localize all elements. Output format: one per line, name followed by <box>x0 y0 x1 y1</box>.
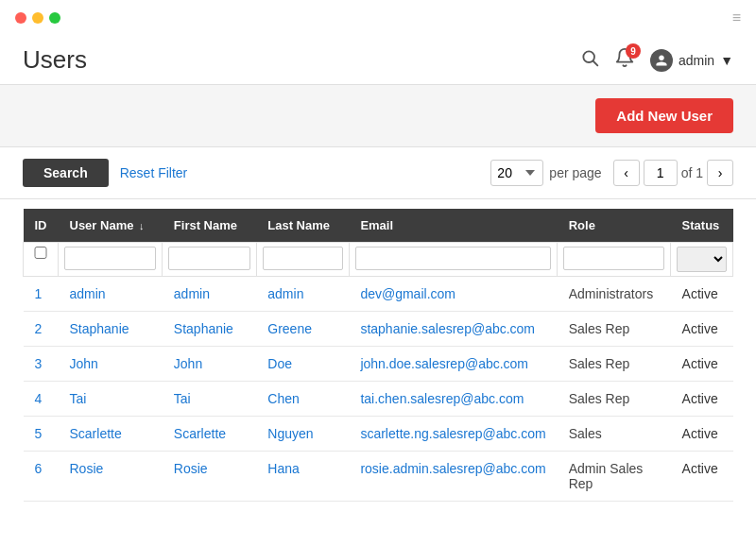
row-id-link[interactable]: 5 <box>35 426 43 441</box>
row-lastname-link[interactable]: admin <box>267 286 303 301</box>
cell-email: staphanie.salesrep@abc.com <box>349 312 557 347</box>
reset-filter-link[interactable]: Reset Filter <box>120 165 188 180</box>
row-username-link[interactable]: Tai <box>70 391 87 406</box>
row-lastname-link[interactable]: Hana <box>267 461 299 476</box>
table-body: 1 admin admin admin dev@gmail.com Admini… <box>24 277 733 502</box>
filter-bar: Search Reset Filter 20 50 100 per page ‹… <box>0 147 756 199</box>
cell-status: Active <box>671 277 733 312</box>
notification-button[interactable]: 9 <box>614 47 635 73</box>
row-firstname-link[interactable]: Rosie <box>174 461 208 476</box>
page-input[interactable] <box>644 160 678 186</box>
cell-id: 3 <box>24 347 59 382</box>
col-header-firstname: First Name <box>163 209 256 243</box>
of-label: of 1 <box>681 165 703 180</box>
row-email-link[interactable]: rosie.admin.salesrep@abc.com <box>360 461 545 476</box>
row-email-link[interactable]: scarlette.ng.salesrep@abc.com <box>360 426 545 441</box>
cell-email: john.doe.salesrep@abc.com <box>349 347 557 382</box>
cell-id: 1 <box>24 277 59 312</box>
users-table: ID User Name ↓ First Name Last Name Emai… <box>23 209 733 502</box>
table-row: 2 Staphanie Staphanie Greene staphanie.s… <box>24 312 733 347</box>
per-page-select[interactable]: 20 50 100 <box>490 160 543 186</box>
admin-menu-button[interactable]: admin ▼ <box>650 49 733 72</box>
row-firstname-link[interactable]: Tai <box>174 391 191 406</box>
per-page-label: per page <box>549 165 601 180</box>
row-id-link[interactable]: 6 <box>35 461 43 476</box>
cell-username: John <box>59 347 163 382</box>
cell-status: Active <box>671 347 733 382</box>
row-lastname-link[interactable]: Greene <box>267 321 312 336</box>
row-username-link[interactable]: admin <box>70 286 106 301</box>
row-username-link[interactable]: John <box>70 356 98 371</box>
select-all-checkbox[interactable] <box>29 247 52 259</box>
filter-role-cell <box>558 243 671 277</box>
cell-role: Admin Sales Rep <box>558 452 671 502</box>
filter-firstname-cell <box>163 243 256 277</box>
cell-lastname: Chen <box>256 382 349 417</box>
prev-page-button[interactable]: ‹ <box>613 160 640 186</box>
per-page-group: 20 50 100 per page <box>490 160 601 186</box>
filter-role-input[interactable] <box>563 247 664 270</box>
cell-lastname: Greene <box>256 312 349 347</box>
col-header-username[interactable]: User Name ↓ <box>59 209 163 243</box>
svg-line-1 <box>593 61 598 66</box>
add-user-button[interactable]: Add New User <box>595 98 733 133</box>
avatar <box>650 49 673 72</box>
cell-username: Scarlette <box>59 417 163 452</box>
cell-role: Sales <box>558 417 671 452</box>
pagination-group: ‹ of 1 › <box>613 160 733 186</box>
cell-lastname: Hana <box>256 452 349 502</box>
cell-role: Sales Rep <box>558 382 671 417</box>
row-lastname-link[interactable]: Chen <box>267 391 299 406</box>
filter-username-cell <box>59 243 163 277</box>
col-header-lastname: Last Name <box>256 209 349 243</box>
cell-username: Rosie <box>59 452 163 502</box>
row-email-link[interactable]: staphanie.salesrep@abc.com <box>360 321 535 336</box>
row-id-link[interactable]: 3 <box>35 356 43 371</box>
menu-icon[interactable]: ≡ <box>732 9 741 26</box>
table-row: 3 John John Doe john.doe.salesrep@abc.co… <box>24 347 733 382</box>
cell-username: Tai <box>59 382 163 417</box>
row-username-link[interactable]: Staphanie <box>70 321 129 336</box>
cell-id: 6 <box>24 452 59 502</box>
row-firstname-link[interactable]: Staphanie <box>174 321 233 336</box>
row-lastname-link[interactable]: Nguyen <box>267 426 313 441</box>
row-id-link[interactable]: 2 <box>35 321 43 336</box>
row-id-link[interactable]: 4 <box>35 391 43 406</box>
dot-green <box>49 12 60 24</box>
cell-id: 2 <box>24 312 59 347</box>
filter-lastname-input[interactable] <box>263 247 343 270</box>
cell-email: scarlette.ng.salesrep@abc.com <box>349 417 557 452</box>
filter-status-select[interactable]: Active Inactive <box>677 247 727 272</box>
filter-email-cell <box>349 243 557 277</box>
dot-yellow <box>32 12 43 24</box>
row-username-link[interactable]: Rosie <box>70 461 104 476</box>
row-firstname-link[interactable]: John <box>174 356 202 371</box>
row-lastname-link[interactable]: Doe <box>267 356 292 371</box>
row-id-link[interactable]: 1 <box>35 286 43 301</box>
cell-id: 4 <box>24 382 59 417</box>
window-chrome: ≡ <box>0 0 756 32</box>
admin-label: admin <box>679 53 714 68</box>
row-firstname-link[interactable]: admin <box>174 286 210 301</box>
table-row: 4 Tai Tai Chen tai.chen.salesrep@abc.com… <box>24 382 733 417</box>
cell-email: tai.chen.salesrep@abc.com <box>349 382 557 417</box>
cell-status: Active <box>671 452 733 502</box>
row-email-link[interactable]: john.doe.salesrep@abc.com <box>360 356 528 371</box>
row-firstname-link[interactable]: Scarlette <box>174 426 226 441</box>
notification-badge: 9 <box>626 43 641 59</box>
filter-username-input[interactable] <box>64 247 156 270</box>
cell-firstname: admin <box>163 277 256 312</box>
row-email-link[interactable]: tai.chen.salesrep@abc.com <box>360 391 524 406</box>
search-button[interactable]: Search <box>23 159 109 187</box>
col-header-status: Status <box>671 209 733 243</box>
next-page-button[interactable]: › <box>707 160 733 186</box>
cell-email: dev@gmail.com <box>349 277 557 312</box>
filter-email-input[interactable] <box>355 247 551 270</box>
filter-firstname-input[interactable] <box>168 247 249 270</box>
row-email-link[interactable]: dev@gmail.com <box>360 286 455 301</box>
row-username-link[interactable]: Scarlette <box>70 426 122 441</box>
search-icon-button[interactable] <box>580 48 599 72</box>
title-bar-right: 9 admin ▼ <box>580 47 733 73</box>
title-bar: Users 9 admin ▼ <box>0 32 756 85</box>
cell-status: Active <box>671 417 733 452</box>
